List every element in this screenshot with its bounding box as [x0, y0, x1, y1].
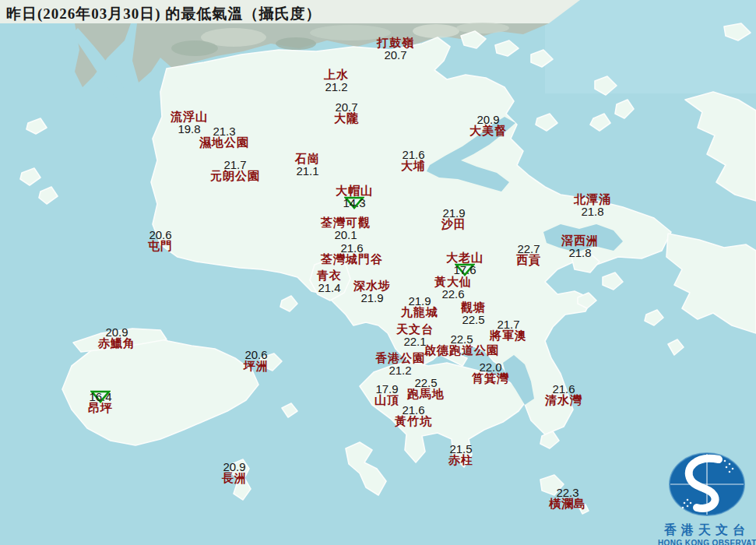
station-temperature-value: 21.8 [561, 247, 599, 258]
station-temperature-value: 21.6 [395, 404, 432, 416]
station-name-label: 昂坪 [88, 403, 113, 414]
station-37: 20.9長洲 [222, 461, 247, 484]
station-33: 21.6黃竹坑 [395, 404, 432, 427]
station-name-label: 香港公園 [375, 353, 425, 364]
station-temperature-value: 20.6 [244, 349, 269, 360]
station-name-label: 跑馬地 [407, 389, 445, 400]
station-name-label: 長洲 [222, 473, 247, 484]
station-temperature-value: 21.7 [210, 159, 260, 171]
station-19: 深水埗21.9 [353, 280, 391, 304]
station-15: 滘西洲21.8 [561, 235, 599, 258]
station-temperature-value: 22.5 [407, 377, 445, 389]
station-temperature-value: 21.6 [401, 149, 426, 160]
station-6: 21.7元朗公園 [210, 159, 260, 182]
station-name-label: 北潭涌 [574, 194, 611, 206]
station-30: 22.0筲箕灣 [472, 361, 509, 385]
station-name-label: 筲箕灣 [472, 373, 509, 385]
station-temperature-value: 22.6 [434, 288, 472, 300]
station-temperature-value: 20.1 [321, 229, 371, 241]
station-36: 21.5赤柱 [448, 443, 473, 466]
station-temperature-value: 20.7 [377, 49, 414, 61]
station-name-label: 西貢 [516, 255, 541, 266]
station-name-label: 沙田 [441, 219, 466, 230]
station-38: 22.3橫瀾島 [549, 487, 586, 510]
stations-layer: 打鼓嶺20.7上水21.220.7大隴流浮山19.821.3濕地公園21.7元朗… [0, 0, 756, 545]
station-22: 21.9九龍城 [401, 295, 438, 318]
station-temperature-value: 22.5 [461, 314, 486, 325]
station-temperature-value: 21.9 [401, 295, 438, 307]
station-temperature-value: 17.6 [446, 264, 483, 276]
station-temperature-value: 21.2 [375, 364, 425, 376]
station-temperature-value: 17.9 [374, 383, 399, 395]
station-12: 20.6屯門 [148, 229, 173, 252]
station-temperature-value: 20.9 [98, 326, 135, 338]
station-temperature-value: 22.7 [516, 243, 541, 255]
station-temperature-value: 22.5 [424, 333, 499, 345]
station-temperature-value: 21.4 [317, 282, 342, 294]
station-8: 20.9大美督 [469, 114, 507, 137]
station-temperature-value: 20.9 [222, 461, 247, 473]
observatory-logo: 香港天文台 HONG KONG OBSERVATORY [658, 452, 756, 545]
station-name-label: 濕地公園 [199, 137, 249, 149]
station-13: 21.9沙田 [441, 207, 466, 230]
station-name-label: 流浮山 [171, 111, 208, 123]
station-20: 大老山17.6 [446, 252, 483, 276]
station-temperature-value: 21.8 [574, 206, 611, 217]
station-temperature-value: 22.0 [472, 361, 509, 373]
station-2: 上水21.2 [324, 69, 349, 93]
station-3: 20.7大隴 [334, 101, 359, 125]
station-name-label: 屯門 [148, 241, 173, 252]
station-name-label: 赤柱 [448, 455, 473, 466]
station-name-label: 滘西洲 [561, 235, 599, 247]
station-temperature-value: 20.6 [148, 229, 173, 241]
station-name-label: 打鼓嶺 [377, 37, 414, 49]
station-name-label: 啟德跑道公園 [424, 345, 499, 357]
station-name-label: 九龍城 [401, 307, 438, 318]
station-28: 20.6坪洲 [244, 349, 269, 372]
station-23: 觀塘22.5 [461, 302, 486, 325]
station-name-label: 橫瀾島 [549, 498, 586, 510]
station-5: 21.3濕地公園 [199, 125, 249, 149]
station-temperature-value: 21.9 [353, 292, 391, 304]
station-9: 21.6大埔 [401, 149, 426, 172]
station-17: 21.6荃灣城門谷 [321, 242, 383, 265]
station-name-label: 黃大仙 [434, 276, 472, 288]
station-name-label: 荃灣城門谷 [321, 254, 383, 265]
logo-name-chinese: 香港天文台 [658, 522, 756, 539]
station-name-label: 深水埗 [353, 280, 391, 292]
station-temperature-value: 14.3 [336, 197, 373, 209]
station-temperature-value: 21.3 [199, 125, 249, 137]
station-18: 青衣21.4 [317, 270, 342, 294]
station-name-label: 大隴 [334, 113, 359, 125]
station-14: 北潭涌21.8 [574, 194, 611, 217]
station-temperature-value: 21.1 [295, 165, 320, 177]
station-name-label: 清水灣 [545, 395, 582, 406]
station-16: 22.7西貢 [516, 243, 541, 266]
station-temperature-value: 22.3 [549, 487, 586, 498]
temperature-map: 昨日(2026年03月30日) 的最低氣溫（攝氏度） 打鼓嶺20.7上水21.2… [0, 0, 756, 545]
station-1: 打鼓嶺20.7 [377, 37, 414, 61]
station-name-label: 觀塘 [461, 302, 486, 314]
station-26: 22.5啟德跑道公園 [424, 333, 499, 357]
observatory-logo-icon [664, 452, 750, 519]
station-35: 21.6清水灣 [545, 383, 582, 406]
station-temperature-value: 16.4 [88, 391, 113, 403]
station-10: 大帽山14.3 [336, 185, 373, 209]
station-temperature-value: 21.6 [321, 242, 383, 254]
station-name-label: 上水 [324, 69, 349, 81]
station-27: 20.9赤鱲角 [98, 326, 135, 350]
station-temperature-value: 21.5 [448, 443, 473, 455]
station-name-label: 大埔 [401, 160, 426, 172]
station-name-label: 元朗公園 [210, 171, 260, 182]
station-name-label: 赤鱲角 [98, 338, 135, 350]
station-21: 黃大仙22.6 [434, 276, 472, 300]
station-temperature-value: 20.7 [334, 101, 359, 113]
station-31: 22.5跑馬地 [407, 377, 445, 400]
station-temperature-value: 21.6 [545, 383, 582, 395]
station-temperature-value: 21.9 [441, 207, 466, 219]
station-7: 石崗21.1 [295, 153, 320, 177]
station-temperature-value: 21.7 [490, 318, 527, 330]
station-name-label: 黃竹坑 [395, 416, 432, 427]
station-temperature-value: 21.2 [324, 81, 349, 93]
logo-name-english: HONG KONG OBSERVATORY [658, 539, 756, 545]
